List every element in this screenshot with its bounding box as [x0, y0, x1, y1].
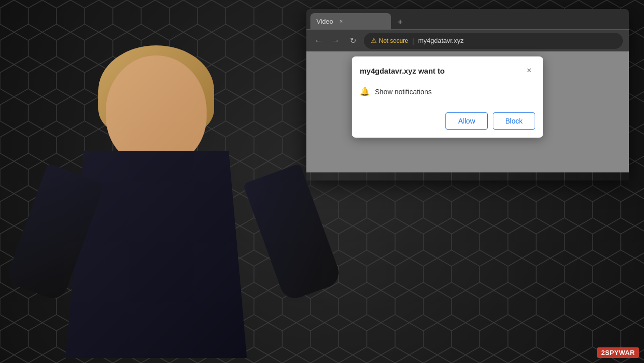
browser-window: Video × + ← → ↻ ⚠ Not secure | my4gdatav… — [306, 9, 629, 180]
arm-right — [243, 163, 343, 302]
reload-button[interactable]: ↻ — [347, 35, 359, 47]
browser-chrome: Video × + ← → ↻ ⚠ Not secure | my4gdatav… — [306, 9, 629, 51]
allow-button[interactable]: Allow — [445, 112, 487, 130]
dialog-body: 🔔 Show notifications — [352, 81, 543, 108]
tab-bar: Video × + — [306, 9, 629, 29]
bell-icon: 🔔 — [360, 87, 370, 96]
warning-icon: ⚠ — [371, 37, 377, 44]
permission-dialog: my4gdatavr.xyz want to × 🔔 Show notifica… — [352, 56, 543, 138]
dialog-close-button[interactable]: × — [523, 65, 535, 77]
watermark-text: 2SPYWAR — [601, 349, 635, 356]
person-figure — [0, 0, 343, 363]
address-bar[interactable]: ⚠ Not secure | my4gdatavr.xyz — [364, 33, 623, 49]
head — [106, 55, 207, 166]
notification-row: 🔔 Show notifications — [360, 83, 535, 100]
new-tab-button[interactable]: + — [393, 15, 407, 29]
human-silhouette — [25, 25, 317, 358]
watermark: 2SPYWAR — [597, 347, 639, 358]
notification-label: Show notifications — [375, 88, 432, 96]
not-secure-label: Not secure — [379, 37, 408, 44]
dialog-header: my4gdatavr.xyz want to × — [352, 56, 543, 81]
address-divider: | — [412, 37, 414, 45]
dialog-actions: Allow Block — [352, 108, 543, 138]
url-text: my4gdatavr.xyz — [418, 37, 464, 44]
security-warning: ⚠ Not secure — [371, 37, 408, 44]
address-bar-row: ← → ↻ ⚠ Not secure | my4gdatavr.xyz — [306, 29, 629, 51]
dialog-title: my4gdatavr.xyz want to — [360, 67, 444, 75]
block-button[interactable]: Block — [493, 112, 535, 130]
browser-content: my4gdatavr.xyz want to × 🔔 Show notifica… — [306, 51, 629, 172]
